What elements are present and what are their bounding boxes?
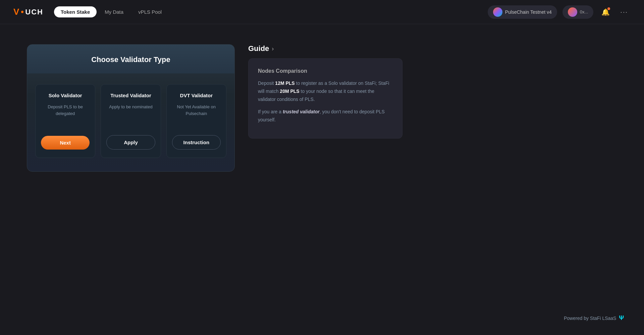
network-name: PulseChain Testnet v4 [505, 9, 552, 15]
tab-token-stake[interactable]: Token Stake [54, 6, 97, 17]
guide-title: Guide [248, 44, 269, 53]
validator-panel-title: Choose Validator Type [34, 55, 228, 64]
validator-panel-header: Choose Validator Type [27, 45, 234, 73]
guide-header: Guide › [248, 44, 402, 53]
notification-dot [607, 7, 610, 10]
more-button[interactable]: ··· [618, 5, 631, 18]
network-icon [493, 7, 502, 17]
guide-chevron-icon: › [272, 45, 274, 52]
validator-card-dvt: DVT Validator Not Yet Available on Pulse… [166, 84, 226, 158]
logo: VUCH [13, 7, 43, 17]
avatar [568, 7, 577, 17]
wallet-address: 0x... [580, 9, 588, 14]
guide-section-title: Nodes Comparison [258, 68, 393, 74]
navbar: VUCH Token Stake My Data vPLS Pool Pulse… [0, 0, 644, 24]
nav-right: PulseChain Testnet v4 0x... 🔔 ··· [488, 5, 631, 19]
next-button[interactable]: Next [41, 136, 90, 150]
validator-panel: Choose Validator Type Solo Validator Dep… [27, 44, 235, 172]
notification-button[interactable]: 🔔 [599, 5, 612, 19]
logo-text: UCH [25, 8, 43, 16]
guide-panel: Guide › Nodes Comparison Deposit 12M PLS… [248, 44, 402, 172]
guide-paragraph-1: Deposit 12M PLS to register as a Solo va… [258, 79, 393, 103]
guide-content: Nodes Comparison Deposit 12M PLS to regi… [248, 58, 402, 138]
logo-dot [21, 11, 23, 13]
tab-vpls-pool[interactable]: vPLS Pool [131, 6, 168, 17]
tab-my-data[interactable]: My Data [98, 6, 130, 17]
instruction-button[interactable]: Instruction [172, 135, 221, 150]
main-content: Choose Validator Type Solo Validator Dep… [0, 24, 644, 192]
solo-validator-title: Solo Validator [49, 93, 82, 98]
nav-left: VUCH Token Stake My Data vPLS Pool [13, 6, 168, 17]
validator-card-solo: Solo Validator Deposit PLS to be delegat… [35, 84, 95, 158]
guide-amount-1: 12M PLS [275, 80, 294, 86]
trusted-validator-title: Trusted Validator [110, 93, 151, 98]
validator-card-trusted: Trusted Validator Apply to be nominated … [101, 84, 161, 158]
validator-cards-container: Solo Validator Deposit PLS to be delegat… [27, 73, 234, 171]
footer: Powered by StaFi LSaaS Ψ [564, 315, 624, 322]
trusted-validator-desc: Apply to be nominated [109, 104, 152, 130]
apply-button[interactable]: Apply [106, 135, 155, 150]
network-badge[interactable]: PulseChain Testnet v4 [488, 5, 557, 19]
solo-validator-desc: Deposit PLS to be delegated [41, 104, 90, 130]
dvt-validator-desc: Not Yet Available on Pulsechain [172, 104, 221, 130]
guide-amount-2: 20M PLS [280, 89, 299, 94]
dvt-validator-title: DVT Validator [180, 93, 213, 98]
nav-tabs: Token Stake My Data vPLS Pool [54, 6, 168, 17]
wallet-badge[interactable]: 0x... [562, 5, 594, 19]
guide-trusted-validator-emphasis: trusted validator [283, 109, 320, 114]
stafi-logo-icon: Ψ [619, 315, 624, 322]
guide-paragraph-2: If you are a trusted validator, you don'… [258, 108, 393, 124]
logo-v-letter: V [13, 7, 20, 17]
footer-text: Powered by StaFi LSaaS [564, 316, 616, 321]
